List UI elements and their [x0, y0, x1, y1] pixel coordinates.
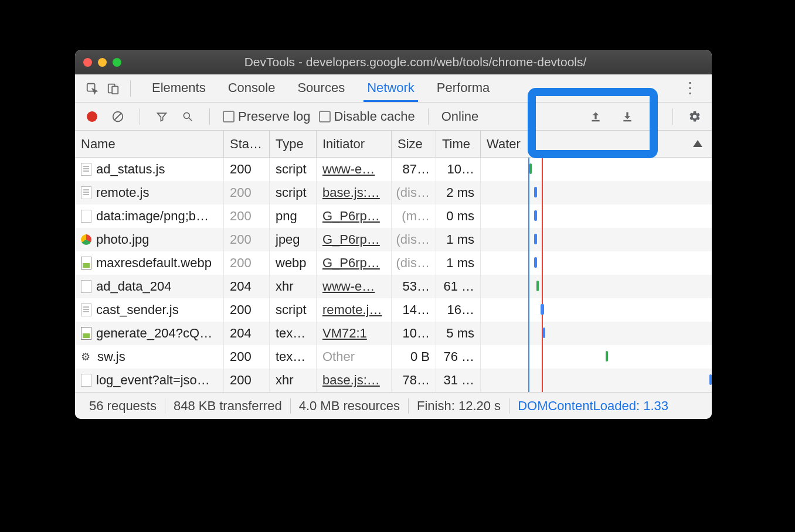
table-row[interactable]: ⚙sw.js200tex…Other0 B76 … — [75, 345, 712, 369]
cell-status: 200 — [224, 369, 270, 392]
initiator-link[interactable]: VM72:1 — [322, 326, 367, 341]
clear-button[interactable] — [109, 108, 127, 125]
zoom-window-button[interactable] — [113, 58, 121, 67]
initiator-link[interactable]: www-e… — [322, 162, 375, 177]
cell-size: 53… — [392, 275, 436, 298]
svg-line-6 — [189, 118, 192, 121]
cell-name: ⚙sw.js — [75, 345, 224, 369]
cell-waterfall — [481, 322, 712, 345]
header-waterfall[interactable]: Water — [481, 131, 712, 157]
header-name[interactable]: Name — [75, 131, 224, 157]
titlebar: DevTools - developers.google.com/web/too… — [75, 50, 712, 74]
cell-initiator: Other — [317, 345, 392, 369]
header-size[interactable]: Size — [392, 131, 436, 157]
network-toolbar: Preserve log Disable cache Online — [75, 103, 712, 131]
cell-size: 10… — [392, 322, 436, 345]
throttling-dropdown[interactable]: Online — [441, 109, 479, 124]
cell-waterfall — [481, 369, 712, 392]
table-row[interactable]: cast_sender.js200scriptremote.j…14…16… — [75, 298, 712, 322]
header-initiator[interactable]: Initiator — [317, 131, 392, 157]
cell-name: data:image/png;b… — [75, 204, 224, 228]
download-har-icon[interactable] — [619, 108, 636, 125]
cell-type: script — [270, 181, 317, 204]
cell-initiator: remote.j… — [317, 298, 392, 322]
initiator-link[interactable]: remote.j… — [322, 302, 382, 318]
generic-file-icon — [81, 280, 91, 293]
cell-name: maxresdefault.webp — [75, 251, 224, 275]
header-type[interactable]: Type — [270, 131, 317, 157]
settings-icon[interactable] — [686, 108, 704, 125]
generic-file-icon — [81, 374, 91, 387]
cell-waterfall — [481, 275, 712, 298]
table-row[interactable]: ad_status.js200scriptwww-e…87…10… — [75, 158, 712, 181]
initiator-link[interactable]: base.js:… — [322, 185, 380, 200]
table-row[interactable]: maxresdefault.webp200webpG_P6rp…(dis…1 m… — [75, 251, 712, 275]
record-button[interactable] — [83, 108, 101, 125]
table-row[interactable]: remote.js200scriptbase.js:…(dis…2 ms — [75, 181, 712, 204]
upload-har-icon[interactable] — [587, 108, 604, 125]
cell-initiator: www-e… — [317, 275, 392, 298]
cell-time: 5 ms — [436, 322, 481, 345]
cell-status: 200 — [224, 251, 270, 275]
table-row[interactable]: generate_204?cQ…204tex…VM72:110…5 ms — [75, 322, 712, 345]
cell-waterfall — [481, 228, 712, 251]
tab-sources[interactable]: Sources — [294, 74, 348, 102]
cell-time: 16… — [436, 298, 481, 322]
table-row[interactable]: photo.jpg200jpegG_P6rp…(dis…1 ms — [75, 228, 712, 251]
tab-network[interactable]: Network — [363, 74, 418, 102]
cell-time: 76 … — [436, 345, 481, 369]
timing-bar — [536, 281, 539, 291]
cell-status: 200 — [224, 298, 270, 322]
initiator-link[interactable]: G_P6rp… — [322, 232, 380, 247]
timing-bar — [534, 257, 537, 268]
disable-cache-label: Disable cache — [334, 109, 415, 124]
cell-initiator: www-e… — [317, 158, 392, 181]
preserve-log-checkbox[interactable]: Preserve log — [223, 109, 311, 124]
disable-cache-checkbox[interactable]: Disable cache — [319, 109, 415, 124]
request-name: maxresdefault.webp — [96, 255, 212, 271]
search-icon[interactable] — [179, 108, 196, 125]
load-line — [542, 204, 543, 228]
table-row[interactable]: ad_data_204204xhrwww-e…53…61 … — [75, 275, 712, 298]
request-name: data:image/png;b… — [96, 209, 209, 224]
device-toolbar-icon[interactable] — [104, 80, 122, 97]
domcontentloaded-line — [528, 275, 529, 298]
cell-status: 200 — [224, 345, 270, 369]
cell-status: 200 — [224, 158, 270, 181]
cell-name: log_event?alt=jso… — [75, 369, 224, 392]
minimize-window-button[interactable] — [98, 58, 107, 67]
request-name: ad_status.js — [96, 162, 165, 177]
svg-rect-7 — [592, 120, 599, 121]
initiator-link[interactable]: G_P6rp… — [322, 255, 380, 271]
cell-size: (dis… — [392, 228, 436, 251]
cell-size: 87… — [392, 158, 436, 181]
domcontentloaded-line — [528, 251, 529, 275]
header-status[interactable]: Sta… — [224, 131, 270, 157]
table-row[interactable]: data:image/png;b…200pngG_P6rp…(m…0 ms — [75, 204, 712, 228]
timing-bar — [534, 210, 537, 221]
more-options-icon[interactable]: ⋮ — [677, 79, 704, 97]
cell-size: (dis… — [392, 251, 436, 275]
filter-icon[interactable] — [153, 108, 171, 125]
status-finish: Finish: 12.20 s — [409, 398, 509, 414]
initiator-link[interactable]: www-e… — [322, 279, 375, 294]
inspect-element-icon[interactable] — [83, 80, 101, 97]
close-window-button[interactable] — [83, 58, 92, 67]
tab-performa[interactable]: Performa — [433, 74, 493, 102]
cell-initiator: G_P6rp… — [317, 251, 392, 275]
initiator-link[interactable]: base.js:… — [322, 373, 380, 388]
initiator-link[interactable]: G_P6rp… — [322, 209, 380, 224]
tab-console[interactable]: Console — [225, 74, 279, 102]
header-time[interactable]: Time — [436, 131, 481, 157]
cell-status: 200 — [224, 181, 270, 204]
image-file-icon — [81, 327, 91, 340]
tab-elements[interactable]: Elements — [148, 74, 209, 102]
timing-bar — [529, 163, 532, 174]
table-row[interactable]: log_event?alt=jso…200xhrbase.js:…78…31 … — [75, 369, 712, 392]
cell-time: 61 … — [436, 275, 481, 298]
cell-status: 204 — [224, 322, 270, 345]
cell-time: 1 ms — [436, 228, 481, 251]
cell-type: xhr — [270, 275, 317, 298]
separator — [672, 108, 673, 125]
status-requests: 56 requests — [81, 398, 165, 414]
